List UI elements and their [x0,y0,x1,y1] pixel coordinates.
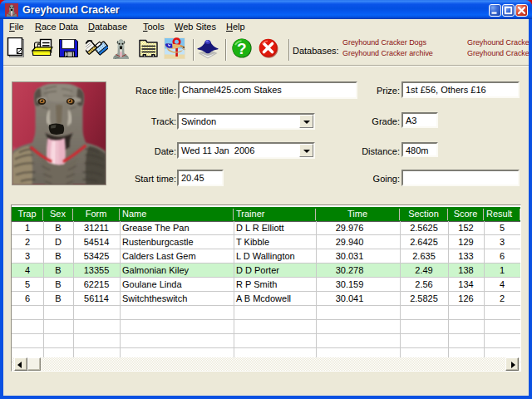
svg-text:?: ? [237,40,247,57]
